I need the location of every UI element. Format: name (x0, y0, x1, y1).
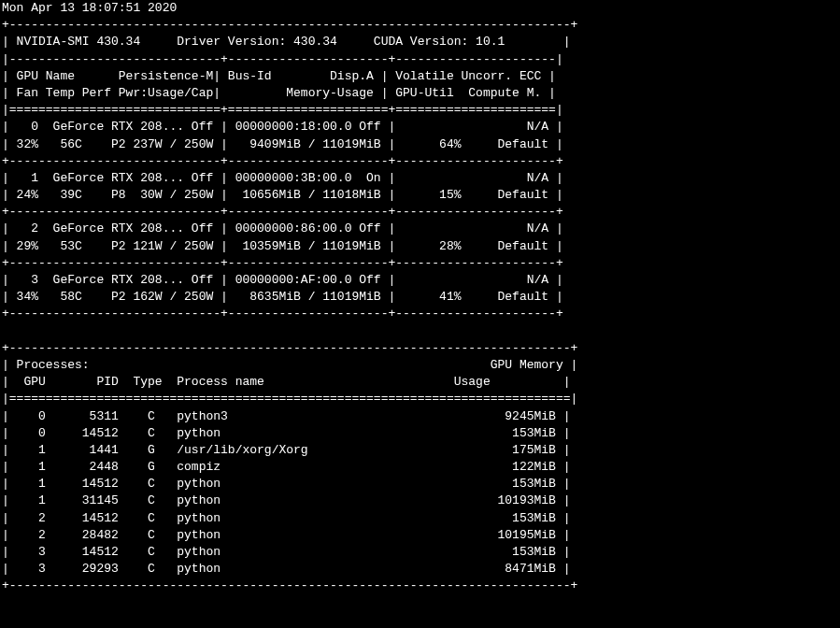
terminal-output: Mon Apr 13 18:07:51 2020 +--------------… (0, 0, 840, 595)
nvidia-smi-output: Mon Apr 13 18:07:51 2020 +--------------… (2, 0, 838, 595)
